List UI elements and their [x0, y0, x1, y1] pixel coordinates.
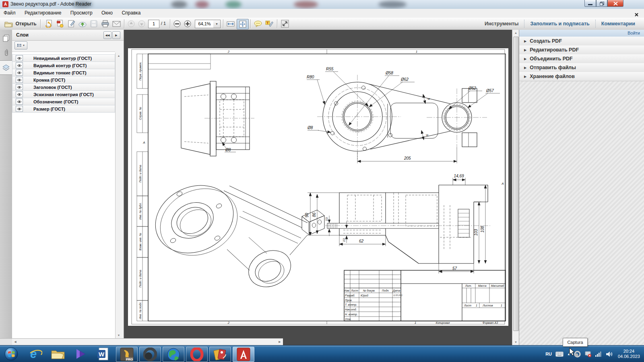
zoom-out-button[interactable]: [172, 19, 182, 29]
panel-options-button[interactable]: ▶: [112, 31, 120, 39]
taskbar-opera-icon[interactable]: [186, 347, 208, 362]
eye-icon[interactable]: [16, 70, 23, 76]
margin-label: Взам. инв. №: [139, 233, 142, 251]
taskbar-kmplayer-icon[interactable]: [70, 347, 91, 361]
system-tray: RU ▲ 20:24 04.06.2023: [545, 346, 642, 362]
menu-help[interactable]: Справка: [118, 9, 144, 17]
taskbar-adobe-reader-icon[interactable]: [233, 347, 254, 362]
clock[interactable]: 20:24 04.06.2023: [618, 349, 640, 359]
dim-label: 103: [474, 229, 478, 236]
section-create-pdf[interactable]: ▶ Создать PDF: [519, 37, 644, 46]
save-button[interactable]: [89, 19, 99, 29]
section-combine-pdf[interactable]: ▶ Объединить PDF: [519, 54, 644, 64]
layer-row[interactable]: Заголовок (ГОСТ): [12, 84, 115, 91]
eye-icon[interactable]: [16, 77, 23, 83]
fit-width-button[interactable]: [225, 19, 236, 29]
chevron-right-icon: ▶: [524, 39, 526, 43]
scroll-left-icon[interactable]: ◀: [12, 339, 19, 345]
scroll-down-icon[interactable]: ▼: [116, 332, 122, 338]
scroll-right-icon[interactable]: ▶: [277, 339, 283, 345]
taskbar-ie-icon[interactable]: e: [25, 347, 46, 361]
open-button[interactable]: Открыть: [3, 19, 38, 29]
layer-row[interactable]: Видимый контур (ГОСТ): [12, 62, 115, 69]
page-down-button[interactable]: [137, 19, 147, 29]
document-vertical-scrollbar[interactable]: ▲ ▼: [512, 30, 519, 345]
layer-row[interactable]: Видимые тонкие (ГОСТ): [12, 69, 115, 76]
layers-panel-scrollbar[interactable]: ▲ ▼: [115, 53, 122, 338]
layers-panel-header: Слои ◀◀ ▶: [12, 30, 124, 41]
eye-icon[interactable]: [16, 106, 23, 112]
email-button[interactable]: [111, 19, 122, 29]
taskbar-word-icon[interactable]: W: [93, 347, 114, 361]
menubar-close-icon[interactable]: [635, 11, 638, 18]
language-indicator[interactable]: RU: [545, 352, 552, 356]
eye-icon[interactable]: [16, 62, 23, 68]
tab-tools[interactable]: Инструменты: [479, 20, 524, 28]
menu-edit[interactable]: Редактирование: [21, 9, 65, 17]
fit-page-button[interactable]: [237, 19, 249, 29]
fullscreen-button[interactable]: [279, 19, 291, 29]
convert-pdf-button[interactable]: [43, 19, 54, 29]
taskbar-inventor-pro-icon[interactable]: PRO: [116, 347, 138, 362]
eye-icon[interactable]: [16, 84, 23, 90]
taskbar-media-icon[interactable]: [209, 347, 231, 362]
layer-row[interactable]: Невидимый контур (ГОСТ): [12, 54, 115, 62]
right-panel: Войти ▶ Создать PDF ▶ Редактировать PDF …: [519, 30, 644, 345]
margin-label: Подп. и дата: [139, 270, 142, 288]
page-number-input[interactable]: 1: [148, 20, 159, 28]
eye-icon[interactable]: [16, 55, 23, 61]
zone-label: 1: [416, 50, 417, 53]
eye-icon[interactable]: [16, 91, 23, 97]
sign-button[interactable]: [66, 19, 76, 29]
scroll-up-icon[interactable]: ▲: [116, 53, 122, 59]
attachments-panel-tab[interactable]: [0, 46, 12, 60]
scroll-up-icon[interactable]: ▲: [512, 30, 519, 36]
horizontal-scrollbar[interactable]: ◀ ▶: [12, 338, 283, 346]
create-pdf-button[interactable]: [55, 19, 65, 29]
speaker-icon[interactable]: [606, 351, 613, 357]
print-button[interactable]: [100, 19, 110, 29]
zoom-dropdown-icon[interactable]: ▼: [213, 20, 221, 28]
menu-view[interactable]: Просмотр: [67, 9, 96, 17]
scroll-down-icon[interactable]: ▼: [512, 339, 519, 345]
section-store-files[interactable]: ▶ Хранение файлов: [519, 72, 644, 81]
restore-button[interactable]: [596, 0, 607, 7]
page-up-button[interactable]: [126, 19, 136, 29]
taskbar-explorer-icon[interactable]: [47, 347, 68, 361]
tb-label: Н. контр.: [345, 313, 358, 316]
menu-window[interactable]: Окно: [98, 9, 116, 17]
comment-button[interactable]: [253, 19, 263, 29]
tab-fill-sign[interactable]: Заполнить и подписать: [524, 20, 595, 28]
menu-bar: Файл Редактирование Просмотр Окно Справк…: [0, 9, 644, 18]
layer-row[interactable]: Эскизная геометрия (ГОСТ): [12, 91, 115, 98]
tab-comments[interactable]: Комментарии: [595, 20, 641, 28]
network-icon[interactable]: [584, 351, 592, 357]
eye-icon[interactable]: [16, 99, 23, 105]
layers-panel-tab[interactable]: [0, 60, 12, 75]
layer-row[interactable]: Обозначение (ГОСТ): [12, 98, 115, 105]
section-send-files[interactable]: ▶ Отправить файлы: [519, 63, 644, 72]
close-button[interactable]: [607, 0, 623, 7]
zoom-level-input[interactable]: 64,1%: [195, 20, 214, 28]
taskbar-globe-icon[interactable]: [163, 347, 184, 362]
signal-bars-icon[interactable]: [595, 351, 602, 357]
highlight-button[interactable]: T: [264, 19, 275, 29]
minimize-button[interactable]: [584, 0, 596, 7]
dim-label: 9: [427, 98, 431, 101]
menu-file[interactable]: Файл: [0, 9, 19, 17]
start-button[interactable]: [2, 347, 20, 361]
layer-row[interactable]: Кромка (ГОСТ): [12, 76, 115, 84]
scrollbar-thumb[interactable]: [513, 37, 519, 331]
zone-marker: А: [501, 182, 504, 185]
cloud-upload-button[interactable]: [77, 19, 88, 29]
section-edit-pdf[interactable]: ▶ Редактировать PDF: [519, 45, 644, 55]
zoom-in-button[interactable]: [183, 19, 192, 29]
taskbar-captura-icon[interactable]: [139, 347, 161, 362]
pages-panel-tab[interactable]: [0, 31, 12, 45]
layer-row[interactable]: Размер (ГОСТ): [12, 105, 115, 113]
collapse-panel-button[interactable]: ◀◀: [103, 31, 111, 39]
tb-label: Т. контр.: [345, 303, 357, 306]
layers-menu-button[interactable]: ▼: [14, 41, 27, 49]
sign-in-link[interactable]: Войти: [627, 31, 640, 35]
keyboard-icon[interactable]: [555, 352, 564, 357]
